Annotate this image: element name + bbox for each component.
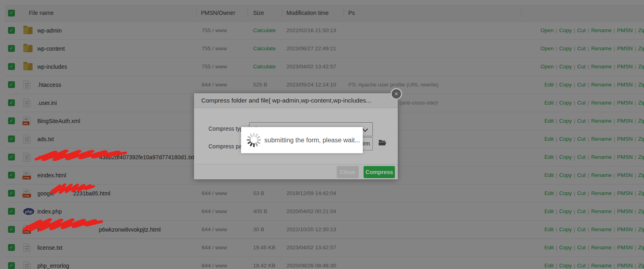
loading-message: submitting the form, please wait...: [264, 127, 360, 153]
spinner-icon: [247, 133, 261, 147]
spinner-blade: [257, 139, 261, 141]
spinner-blade: [253, 133, 255, 137]
spinner-blade: [247, 139, 251, 141]
loading-box: submitting the form, please wait...: [241, 127, 363, 153]
spinner-blade: [253, 143, 255, 147]
